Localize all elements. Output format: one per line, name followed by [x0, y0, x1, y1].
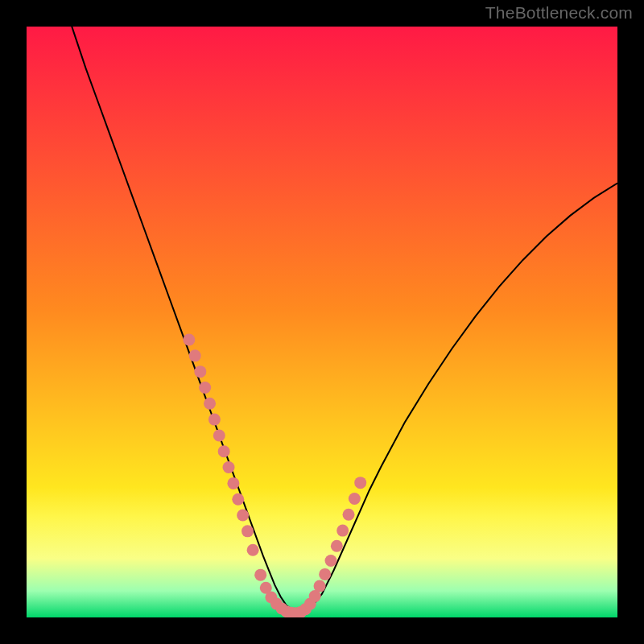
- data-dot: [183, 334, 195, 346]
- data-dot: [213, 429, 225, 441]
- data-dot: [247, 544, 259, 556]
- data-dot: [354, 477, 366, 489]
- data-dot: [199, 382, 211, 394]
- data-dot: [349, 493, 361, 505]
- data-dot: [242, 525, 254, 537]
- data-dot: [343, 509, 355, 521]
- data-dot: [232, 493, 244, 506]
- gradient-background: [27, 27, 617, 617]
- data-dot: [227, 477, 239, 489]
- data-dot: [237, 510, 249, 522]
- data-dot: [331, 540, 343, 552]
- chart-frame: TheBottleneck.com: [0, 0, 644, 644]
- data-dot: [208, 414, 221, 426]
- data-dot: [194, 365, 206, 378]
- data-dot: [336, 525, 349, 537]
- data-dot: [223, 461, 235, 473]
- data-dot: [189, 349, 201, 361]
- data-dot: [325, 555, 337, 567]
- data-dot: [254, 569, 266, 581]
- data-dot: [218, 445, 230, 457]
- bottleneck-chart: [27, 27, 617, 617]
- data-dot: [319, 568, 331, 580]
- data-dot: [314, 580, 326, 592]
- watermark-text: TheBottleneck.com: [485, 3, 633, 23]
- data-dot: [204, 398, 216, 410]
